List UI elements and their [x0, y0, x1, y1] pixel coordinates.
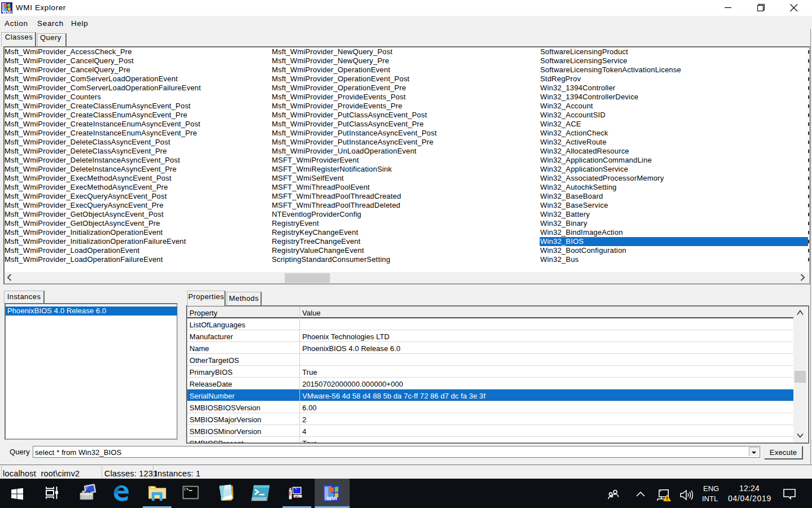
svg-text:WMI: WMI [2, 10, 11, 14]
svg-text:WMI: WMI [326, 496, 337, 501]
